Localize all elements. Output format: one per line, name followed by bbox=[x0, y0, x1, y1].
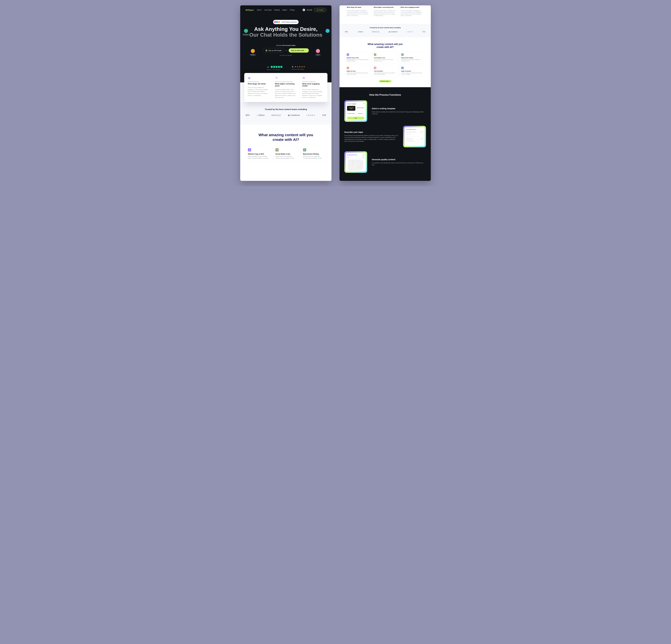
nav-features[interactable]: Features bbox=[274, 9, 280, 11]
chip-blog-outline[interactable]: Blog Post Outline bbox=[347, 112, 355, 115]
usecases-heading: What amazing content will youcreate with… bbox=[345, 43, 426, 49]
feature-email: ✉ FOR EMAIL MARKETERS Write more engagin… bbox=[300, 76, 327, 99]
uc-job-description[interactable]: ▣Job DescriptionCreate engaging job desc… bbox=[372, 65, 398, 77]
nav-home[interactable]: Home▾ bbox=[257, 9, 262, 11]
chevron-down-icon: ▾ bbox=[262, 9, 262, 11]
globe-icon[interactable]: ✱ bbox=[303, 9, 305, 11]
document-icon: ▤ bbox=[248, 76, 251, 79]
logos-row: WiX ⌂ Zillow ORACLE ◉ vodafone LENSA KIA bbox=[245, 114, 326, 116]
logo-oracle: ORACLE bbox=[372, 31, 380, 33]
briefcase-icon: ▣ bbox=[374, 67, 376, 69]
globe-icon: ⊕ bbox=[347, 53, 349, 56]
edit-icon: ✎ bbox=[401, 53, 404, 56]
nav-right: ✱ En (US) Get Started bbox=[303, 8, 326, 12]
logo-wix: WiX bbox=[345, 31, 348, 33]
persona-blogger: Blogger bbox=[250, 49, 256, 56]
describe-mock: Social Media Posts What is your Post abo… bbox=[403, 126, 426, 147]
logo-lensa: LENSA bbox=[307, 114, 316, 116]
template-selector[interactable]: Social Media Posts bbox=[406, 129, 423, 130]
uc-social-media[interactable]: ⚑ Social Media & Ads Write Facebook or G… bbox=[273, 146, 299, 162]
arrow-right-icon: → bbox=[305, 50, 306, 51]
uc-social-media[interactable]: ⚑Social Media & AdsWrite Facebook or Goo… bbox=[372, 52, 398, 64]
signup-row: Sign up with Google or Sign up with emai… bbox=[245, 48, 326, 53]
uc-website-copy[interactable]: ⊕ Website Copy & SEO Missing inspiration… bbox=[245, 146, 271, 162]
landing-full-preview: Writing.ai Home▾ Use Cases Features Page… bbox=[240, 5, 331, 181]
process-step-3: Social Media Posts Edit Output00/200 Hey… bbox=[344, 151, 426, 173]
usecases-grid: ⊕ Website Copy & SEO Missing inspiration… bbox=[245, 146, 326, 162]
feature-social: Write higher converting posts Contrary t… bbox=[372, 6, 398, 17]
feature-social: ✎ FOR SOCIAL MEDIA MANAGERS Write higher… bbox=[272, 76, 300, 99]
logo-kia: KIA bbox=[422, 31, 426, 33]
view-all-button[interactable]: View all use cases → bbox=[379, 80, 391, 82]
keyword-input[interactable]: AI writing assistant bbox=[406, 140, 423, 142]
google-icon bbox=[265, 50, 267, 51]
next-button[interactable]: Next bbox=[347, 117, 365, 119]
trusted-section-small: Trusted by the best content teams includ… bbox=[340, 24, 431, 37]
feature-blog: ▤ FOR BLOG WRITERS Write blogs 10x faste… bbox=[245, 76, 272, 99]
nav-pricing[interactable]: Pricing bbox=[290, 9, 294, 11]
signup-email-button[interactable]: Sign up with email→ bbox=[289, 48, 309, 53]
output-text: Hey everyone! Have you heard about the i… bbox=[347, 158, 365, 171]
feature-blog: Write blogs 10x faster There are many va… bbox=[345, 6, 372, 17]
usecases-section-small: What amazing content will youcreate with… bbox=[340, 37, 431, 87]
logo-lensa: LENSA bbox=[407, 31, 414, 33]
edit-button[interactable]: Edit bbox=[363, 154, 365, 155]
landing-continued-preview: Write blogs 10x faster There are many va… bbox=[340, 5, 431, 181]
hero-title: Ask Anything You Desire, Our Chat Holds … bbox=[245, 26, 326, 38]
customers-pill: 16,428 Happy Customers bbox=[273, 20, 299, 24]
edit-icon: ✎ bbox=[303, 148, 306, 152]
uc-magic-command[interactable]: ✦Magic CommandPass your request as a com… bbox=[400, 65, 426, 77]
chip-blog-ideas[interactable]: Blog Ideas bbox=[356, 112, 365, 115]
feature-email: Write more engaging emails There are man… bbox=[399, 6, 426, 17]
trustpilot-icon: ★ bbox=[267, 65, 270, 68]
customers-count: 16,428 Happy Customers bbox=[281, 21, 296, 23]
flag-icon: ⚑ bbox=[374, 53, 376, 56]
chevron-down-icon: ▾ bbox=[287, 9, 288, 11]
post-about-input[interactable]: Write here bbox=[406, 133, 423, 137]
template-selector[interactable]: Social Media Posts bbox=[347, 154, 358, 155]
hero-subtitle: Get your free account today bbox=[245, 44, 326, 46]
uc-website-copy[interactable]: ⊕Website Copy & SEOMissing inspiration f… bbox=[345, 52, 371, 64]
logo-vodafone: ◉ vodafone bbox=[288, 114, 300, 116]
logo[interactable]: Writing.ai bbox=[245, 9, 253, 11]
persona-freelancer: Freelancer bbox=[242, 29, 250, 36]
avatars-icon bbox=[274, 21, 280, 23]
process-step-2: Social Media Posts What is your Post abo… bbox=[344, 126, 426, 147]
feature-card: ▤ FOR BLOG WRITERS Write blogs 10x faste… bbox=[244, 73, 327, 102]
logo-oracle: ORACLE bbox=[271, 114, 281, 116]
mail-icon: ✉ bbox=[302, 76, 305, 79]
nav-use-cases[interactable]: Use Cases bbox=[264, 9, 271, 11]
logo-vodafone: ◉ vodafone bbox=[389, 31, 397, 33]
process-text-1: Select a writing template Simply choose … bbox=[372, 107, 426, 115]
rocket-review: ✈★★★★★ Rated 4.8 • 500+ Reviews bbox=[292, 65, 305, 70]
magic-icon: ✦ bbox=[401, 67, 404, 69]
process-section: How the Process Functions ✕ Chose a Temp… bbox=[340, 87, 431, 181]
signup-google-button[interactable]: Sign up with Google bbox=[263, 48, 284, 53]
process-heading: How the Process Functions bbox=[344, 93, 426, 96]
trustpilot-review: ★★★★★★ Rated 4.8 • 1,000+ Reviews bbox=[267, 65, 282, 70]
logo-kia: KIA bbox=[322, 114, 326, 116]
logo-wix: WiX bbox=[245, 114, 250, 116]
output-mock: Social Media Posts Edit Output00/200 Hey… bbox=[344, 151, 367, 173]
logo-zillow: ⌂ Zillow bbox=[256, 114, 264, 116]
usecases-section: What amazing content will youcreate with… bbox=[240, 125, 331, 167]
feature-card-continued: Write blogs 10x faster There are many va… bbox=[340, 5, 431, 24]
logo-zillow: ⌂ Zillow bbox=[357, 31, 363, 33]
lang-label[interactable]: En (US) bbox=[307, 9, 312, 11]
process-text-2: Describe your topic Stay informed of any… bbox=[344, 131, 398, 142]
persona-avatar bbox=[326, 29, 330, 34]
close-icon[interactable]: ✕ bbox=[364, 103, 365, 104]
globe-icon: ⊕ bbox=[248, 148, 251, 152]
process-text-3: Generate quality content Our powerful AI… bbox=[372, 158, 426, 166]
uc-ad-copy[interactable]: ❐Digital Ad CopyWrite creative and origi… bbox=[345, 65, 371, 77]
usecases-heading: What amazing content will youcreate with… bbox=[245, 132, 326, 142]
uc-blog-writing[interactable]: ✎Blog Section WritingWrite Facebook or G… bbox=[400, 52, 426, 64]
chip-social-media[interactable]: Social Media Posts bbox=[347, 106, 355, 111]
nav-pages[interactable]: Pages▾ bbox=[282, 9, 288, 11]
get-started-button[interactable]: Get Started bbox=[314, 8, 326, 12]
nav-links: Home▾ Use Cases Features Pages▾ Pricing bbox=[257, 9, 294, 11]
persona-writer: Writer bbox=[315, 49, 321, 56]
uc-blog-writing[interactable]: ✎ Blog Section Writing Write Facebook or… bbox=[301, 146, 326, 162]
chip-website-headline[interactable]: Website Headline bbox=[356, 106, 365, 111]
no-credit-label: No credit card required bbox=[245, 55, 326, 56]
